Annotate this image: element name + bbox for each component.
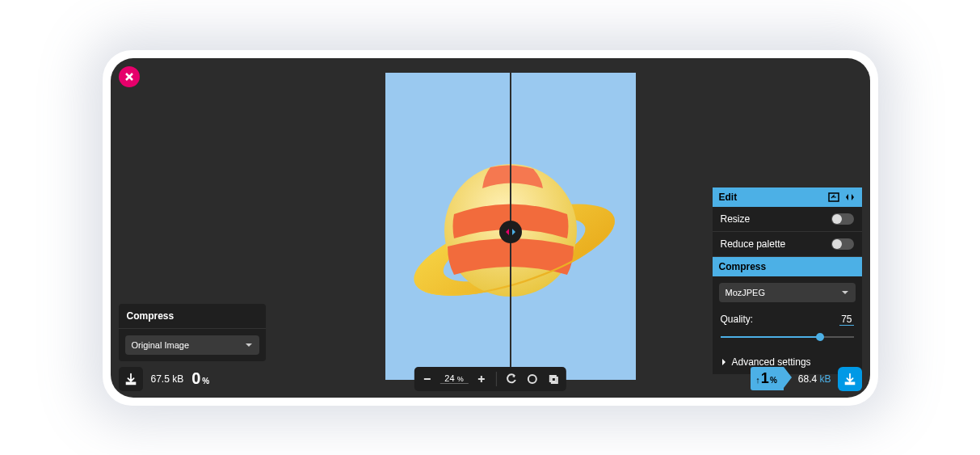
size-delta-badge: ↑ 1 % [751,367,783,390]
download-compressed-button[interactable] [838,367,862,391]
compare-handle-icon [504,225,517,238]
swap-sides-icon[interactable] [844,192,856,202]
plus-icon [476,373,487,385]
encoder-select[interactable]: MozJPEG [719,283,856,302]
device-frame: Compress Original Image 67.5 kB 0% Edit [103,50,878,406]
right-filesize: 68.4 kB [798,373,831,385]
download-original-button[interactable] [119,367,143,391]
encoder-value: MozJPEG [726,288,766,297]
svg-point-4 [528,375,536,383]
quality-row: Quality: 75 [713,309,862,327]
circle-icon [527,373,538,385]
palette-label: Reduce palette [721,238,786,250]
chevron-down-icon [841,289,849,297]
right-footer: ↑ 1 % 68.4 kB [751,367,861,391]
expand-icon[interactable] [828,192,839,202]
quality-label: Quality: [721,314,754,326]
resize-label: Resize [721,213,751,225]
left-percent: 0% [191,369,209,388]
left-footer: 67.5 kB 0% [119,367,210,391]
left-format-value: Original Image [132,340,190,350]
image-preview [385,73,636,380]
chevron-down-icon [245,341,253,349]
minus-icon [421,373,432,385]
palette-row: Reduce palette [713,232,862,257]
close-icon [124,72,134,82]
left-format-select[interactable]: Original Image [125,335,259,355]
copy-button[interactable] [544,370,563,388]
zoom-toolbar: 24 % [414,367,566,391]
copy-icon [548,373,559,385]
quality-value[interactable]: 75 [839,314,853,326]
compress-header: Compress [713,257,862,276]
resize-toggle[interactable] [831,213,854,225]
download-icon [843,372,857,386]
left-panel-header: Compress [119,304,266,329]
left-compress-panel: Compress Original Image [119,304,266,361]
rotate-button[interactable] [502,370,521,388]
edit-header-bar: Edit [713,187,862,207]
left-filesize: 67.5 kB [151,373,184,385]
close-button[interactable] [119,66,140,87]
transparency-button[interactable] [523,370,542,388]
zoom-out-button[interactable] [417,370,436,388]
resize-row: Resize [713,207,862,232]
palette-toggle[interactable] [831,238,854,250]
advanced-label: Advanced settings [732,356,811,368]
chevron-right-icon [721,359,727,365]
slider-thumb[interactable] [816,333,824,341]
edit-header: Edit [719,192,738,203]
right-settings-panel: Edit Resize Reduce palette Compress MozJ… [713,187,862,374]
compare-handle[interactable] [499,221,522,243]
arrow-up-icon: ↑ [755,375,760,385]
zoom-in-button[interactable] [472,370,491,388]
quality-slider[interactable] [721,332,854,342]
download-icon [124,372,138,386]
app-window: Compress Original Image 67.5 kB 0% Edit [111,58,870,398]
rotate-icon [506,373,517,385]
zoom-value[interactable]: 24 % [440,373,468,384]
